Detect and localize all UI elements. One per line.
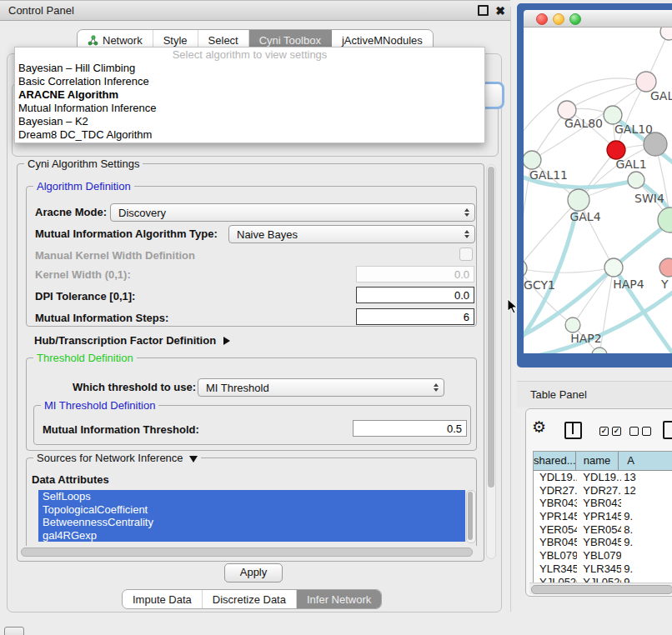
table-cell[interactable]: YBR045C: [534, 536, 577, 549]
table-row[interactable]: YDL19...YDL19...13: [534, 471, 672, 484]
manual-kernel-checkbox[interactable]: [459, 248, 473, 261]
column-header-shared[interactable]: shared...: [534, 452, 576, 470]
table-row[interactable]: YER054CYER054C8.: [534, 523, 672, 537]
table-panel-title: Table Panel: [530, 388, 587, 401]
collapsed-panel-icon[interactable]: [4, 627, 24, 635]
tab-label: Discretize Data: [213, 593, 286, 606]
attribute-item-topologicalcoefficient[interactable]: TopologicalCoefficient: [38, 503, 465, 517]
table-body: YDL19...YDL19...13YDR27...YDR27...12YBR0…: [534, 471, 672, 583]
mi-type-select[interactable]: Naive Bayes: [228, 225, 475, 243]
attribute-list-scrollbar[interactable]: [466, 490, 476, 543]
aracne-mode-select[interactable]: Discovery: [110, 203, 475, 222]
table-cell[interactable]: 12: [621, 484, 672, 498]
table-cell[interactable]: YDR27...: [577, 484, 621, 498]
table-cell[interactable]: YBR043C: [534, 497, 577, 510]
table-row[interactable]: YDR27...YDR27...12: [534, 484, 672, 498]
settings-vertical-scrollbar[interactable]: [486, 164, 496, 559]
table-cell[interactable]: YLR345W: [577, 562, 621, 576]
table-cell[interactable]: YLR345W: [534, 562, 577, 576]
network-node[interactable]: [568, 189, 589, 211]
table-cell[interactable]: 8.: [621, 523, 672, 537]
column-header-name[interactable]: name: [576, 452, 619, 470]
network-canvas-svg: GAL80GAL10GAL1GAL11SWI4GAL4GCY1HAP4HAP2G…: [524, 28, 672, 353]
table-row[interactable]: YBR043CYBR043C: [534, 497, 672, 510]
algorithm-option-aracne-algorithm[interactable]: ARACNE Algorithm: [15, 88, 484, 102]
table-cell[interactable]: YPR145W: [534, 510, 577, 523]
algorithm-option-bayesian-k2[interactable]: Bayesian – K2: [15, 115, 484, 128]
which-threshold-select[interactable]: MI Threshold: [198, 378, 444, 397]
kernel-width-field[interactable]: 0.0: [356, 266, 474, 282]
attribute-item-selfloops[interactable]: SelfLoops: [38, 490, 465, 503]
table-row[interactable]: YBR045CYBR045C9.: [534, 536, 672, 549]
float-window-icon[interactable]: [478, 5, 489, 16]
table-row[interactable]: YPR145WYPR145W9.: [534, 510, 672, 523]
tab-discretize-data[interactable]: Discretize Data: [203, 590, 297, 608]
network-node[interactable]: [660, 28, 672, 40]
zoom-traffic-light-icon[interactable]: [569, 13, 581, 25]
tab-infer-network[interactable]: Infer Network: [297, 590, 381, 608]
mi-steps-field[interactable]: 6: [356, 308, 474, 325]
mi-threshold-field[interactable]: 0.5: [353, 420, 467, 437]
close-icon[interactable]: ✖: [495, 5, 505, 17]
apply-button[interactable]: Apply: [224, 563, 283, 582]
network-window-titlebar[interactable]: [524, 10, 672, 28]
network-node[interactable]: [524, 259, 527, 278]
algorithm-option-bayesian-hill-climbing[interactable]: Bayesian – Hill Climbing: [15, 62, 484, 75]
table-cell[interactable]: 9.: [621, 536, 672, 549]
table-cell[interactable]: YDR27...: [534, 484, 577, 498]
table-row[interactable]: YBL079WYBL079W: [534, 549, 672, 562]
algorithm-option-dream8-dc-tdc-algorithm[interactable]: Dream8 DC_TDC Algorithm: [15, 128, 484, 142]
algorithm-option-basic-correlation-inference[interactable]: Basic Correlation Inference: [15, 75, 484, 88]
network-node[interactable]: [644, 132, 667, 156]
settings-horizontal-scrollbar[interactable]: [21, 546, 478, 557]
table-cell[interactable]: YBR043C: [577, 497, 621, 510]
table-partial-icon[interactable]: [663, 421, 672, 439]
table-cell[interactable]: YDL19...: [534, 471, 577, 484]
table-cell[interactable]: 9.: [621, 510, 672, 523]
close-traffic-light-icon[interactable]: [536, 13, 548, 25]
network-icon: [88, 35, 98, 46]
dpi-tolerance-field[interactable]: 0.0: [356, 287, 474, 303]
split-column-icon[interactable]: [564, 422, 582, 439]
network-node[interactable]: [607, 141, 625, 159]
column-header-a[interactable]: A: [619, 452, 672, 470]
network-node[interactable]: [524, 151, 541, 169]
network-node[interactable]: [659, 258, 672, 277]
deselect-all-icon[interactable]: [629, 427, 651, 436]
table-cell[interactable]: YBR045C: [577, 536, 621, 549]
table-row[interactable]: YLR345WYLR345W9.: [534, 562, 672, 576]
sources-group-title[interactable]: Sources for Network Inference: [33, 452, 201, 464]
mi-threshold-group: MI Threshold Definition Mutual Informati…: [33, 405, 471, 445]
network-window-frame[interactable]: GAL80GAL10GAL1GAL11SWI4GAL4GCY1HAP4HAP2G…: [517, 3, 672, 368]
table-cell[interactable]: 13: [621, 471, 672, 484]
network-node[interactable]: [565, 318, 580, 332]
table-cell[interactable]: [621, 549, 672, 562]
mi-threshold-group-title: MI Threshold Definition: [41, 399, 158, 412]
table-cell[interactable]: [621, 497, 672, 510]
hub-definition-toggle[interactable]: Hub/Transcription Factor Definition: [34, 334, 230, 347]
table-cell[interactable]: YER054C: [534, 523, 577, 537]
attribute-item-gal4rgexp[interactable]: gal4RGexp: [38, 529, 465, 542]
network-node-label: HAP2: [570, 332, 601, 345]
table-cell[interactable]: YDL19...: [577, 471, 621, 484]
network-window: GAL80GAL10GAL1GAL11SWI4GAL4GCY1HAP4HAP2G…: [524, 10, 672, 353]
attribute-item-betweennesscentrality[interactable]: BetweennessCentrality: [38, 516, 465, 529]
select-all-icon[interactable]: ✓✓: [599, 427, 621, 436]
network-node[interactable]: [604, 258, 623, 277]
table-cell[interactable]: 9.: [621, 562, 672, 576]
gear-icon[interactable]: ⚙: [532, 419, 546, 435]
table-cell[interactable]: YPR145W: [577, 510, 621, 523]
minimize-traffic-light-icon[interactable]: [553, 13, 564, 25]
network-canvas[interactable]: GAL80GAL10GAL1GAL11SWI4GAL4GCY1HAP4HAP2G…: [524, 28, 672, 353]
control-panel-title: Control Panel: [8, 4, 74, 17]
table-cell[interactable]: YER054C: [577, 523, 621, 537]
table-cell[interactable]: YBL079W: [577, 549, 621, 562]
network-node[interactable]: [628, 172, 644, 188]
algorithm-definition-group: Algorithm Definition Aracne Mode: Discov…: [26, 186, 477, 327]
network-node[interactable]: [604, 106, 622, 124]
table-cell[interactable]: YBL079W: [534, 549, 577, 562]
algorithm-option-mutual-information-inference[interactable]: Mutual Information Inference: [15, 102, 484, 115]
tab-impute-data[interactable]: Impute Data: [123, 590, 203, 608]
table-horizontal-scrollbar[interactable]: [529, 582, 672, 594]
cyni-mode-tabs: Impute DataDiscretize DataInfer Network: [122, 589, 382, 609]
